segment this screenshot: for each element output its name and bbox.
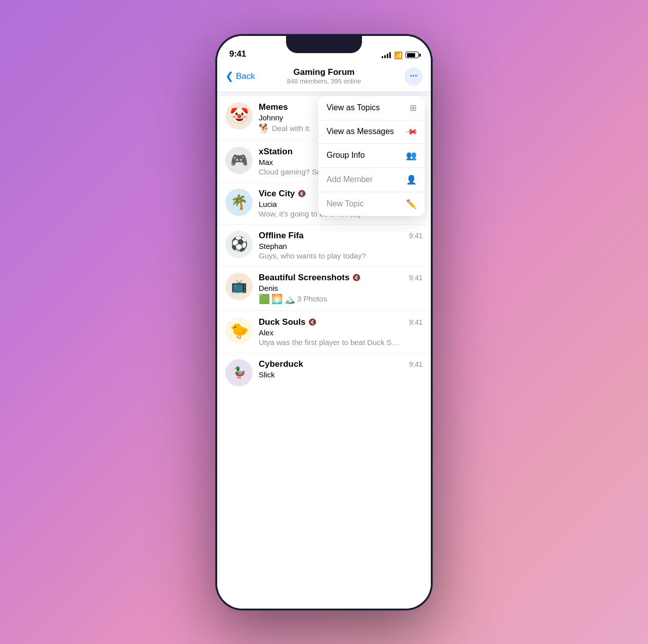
nav-subtitle: 848 members, 395 online bbox=[287, 77, 361, 85]
photo-thumb-3: 🏔️ bbox=[284, 293, 295, 305]
chat-name-xstation: xStation bbox=[259, 147, 293, 157]
chat-name-vicecity: Vice City 🔇 bbox=[259, 189, 306, 199]
add-member-label: Add Member bbox=[327, 175, 373, 184]
photo-thumb-1: 🟩 bbox=[259, 293, 270, 305]
chat-name-memes: Memes bbox=[259, 102, 288, 112]
chat-time-screenshots: 9:41 bbox=[409, 274, 423, 282]
phone-screen: 9:41 📶 ❮ Back Gaming Foru bbox=[217, 36, 431, 609]
chat-content-screenshots: Beautiful Screenshots 🔇 9:41 Denis 🟩 🌅 🏔… bbox=[259, 273, 423, 305]
chat-name-cyberduck: Cyberduck bbox=[259, 359, 303, 369]
preview-text-memes: Deal with it. bbox=[272, 124, 311, 133]
back-button[interactable]: ❮ Back bbox=[225, 70, 255, 82]
back-chevron-icon: ❮ bbox=[225, 70, 234, 82]
avatar-memes: 🤡 bbox=[225, 102, 253, 130]
chat-sender-screenshots: Denis bbox=[259, 284, 423, 292]
new-topic-label: New Topic bbox=[327, 199, 364, 208]
new-topic-icon: ✏️ bbox=[406, 199, 417, 209]
chat-item-cyberduck[interactable]: 🦆 Cyberduck 9:41 Slick bbox=[217, 353, 431, 395]
avatar-screenshots: 📺 bbox=[225, 273, 253, 300]
notch bbox=[286, 36, 362, 53]
nav-bar: ❮ Back Gaming Forum 848 members, 395 onl… bbox=[217, 63, 431, 92]
pin-dropdown-icon: 📌 bbox=[404, 124, 419, 139]
mute-icon-screenshots: 🔇 bbox=[352, 274, 360, 281]
preview-text-offlinefifa: Guys, who wants to play today? bbox=[259, 251, 366, 260]
chat-preview-screenshots: 🟩 🌅 🏔️ 3 Photos bbox=[259, 293, 423, 305]
nav-title: Gaming Forum bbox=[287, 67, 361, 77]
dropdown-item-view-messages[interactable]: View as Messages 📌 bbox=[318, 120, 425, 144]
mute-icon-ducksouls: 🔇 bbox=[308, 318, 316, 326]
topics-icon: ⊞ bbox=[410, 103, 417, 113]
chat-name-offlinefifa: Offline Fifa bbox=[259, 231, 304, 241]
wifi-icon: 📶 bbox=[394, 51, 402, 59]
chat-name-screenshots: Beautiful Screenshots 🔇 bbox=[259, 273, 360, 283]
group-info-icon: 👥 bbox=[406, 150, 417, 161]
chat-sender-ducksouls: Alex bbox=[259, 328, 423, 337]
dropdown-menu: View as Topics ⊞ View as Messages 📌 Grou… bbox=[318, 96, 425, 216]
chat-time-cyberduck: 9:41 bbox=[409, 360, 423, 368]
preview-text-ducksouls: Utya was the first player to beat Duck S… bbox=[259, 338, 400, 347]
chat-item-screenshots[interactable]: 📺 Beautiful Screenshots 🔇 9:41 Denis 🟩 bbox=[217, 267, 431, 311]
chat-preview-offlinefifa: Guys, who wants to play today? bbox=[259, 251, 423, 260]
chat-item-ducksouls[interactable]: 🐤 Duck Souls 🔇 9:41 Alex Utya was the fi… bbox=[217, 311, 431, 353]
chat-time-ducksouls: 9:41 bbox=[409, 318, 423, 326]
chat-item-offlinefifa[interactable]: ⚽ Offline Fifa 9:41 Stephan Guys, who wa… bbox=[217, 225, 431, 267]
chat-content-cyberduck: Cyberduck 9:41 Slick bbox=[259, 359, 423, 380]
group-info-label: Group Info bbox=[327, 151, 365, 160]
status-time: 9:41 bbox=[229, 49, 246, 59]
dropdown-item-add-member[interactable]: Add Member 👤 bbox=[318, 168, 425, 192]
chat-sender-cyberduck: Slick bbox=[259, 370, 423, 379]
back-label: Back bbox=[236, 71, 255, 81]
avatar-vicecity: 🌴 bbox=[225, 189, 253, 216]
chat-preview-ducksouls: Utya was the first player to beat Duck S… bbox=[259, 338, 423, 347]
mute-icon-vicecity: 🔇 bbox=[298, 190, 306, 197]
phone-container: 9:41 📶 ❮ Back Gaming Foru bbox=[215, 34, 433, 611]
add-member-icon: 👤 bbox=[406, 175, 417, 185]
chat-time-offlinefifa: 9:41 bbox=[409, 232, 423, 240]
avatar-xstation: 🎮 bbox=[225, 147, 253, 174]
more-dots-icon: ··· bbox=[410, 71, 417, 81]
dropdown-item-new-topic[interactable]: New Topic ✏️ bbox=[318, 192, 425, 216]
status-icons: 📶 bbox=[382, 51, 419, 59]
chat-sender-offlinefifa: Stephan bbox=[259, 242, 423, 250]
signal-icon bbox=[382, 52, 391, 58]
avatar-cyberduck: 🦆 bbox=[225, 359, 253, 387]
chat-name-ducksouls: Duck Souls 🔇 bbox=[259, 317, 316, 327]
dropdown-item-group-info[interactable]: Group Info 👥 bbox=[318, 144, 425, 168]
dropdown-item-view-topics[interactable]: View as Topics ⊞ bbox=[318, 96, 425, 120]
avatar-offlinefifa: ⚽ bbox=[225, 231, 253, 258]
photos-label: 3 Photos bbox=[297, 294, 327, 303]
avatar-ducksouls: 🐤 bbox=[225, 317, 253, 345]
nav-title-area: Gaming Forum 848 members, 395 online bbox=[287, 67, 361, 85]
photo-thumb-2: 🌅 bbox=[271, 293, 282, 305]
chat-content-offlinefifa: Offline Fifa 9:41 Stephan Guys, who want… bbox=[259, 231, 423, 260]
view-topics-label: View as Topics bbox=[327, 103, 380, 112]
view-messages-label: View as Messages bbox=[327, 127, 394, 136]
battery-icon bbox=[406, 52, 419, 58]
chat-content-ducksouls: Duck Souls 🔇 9:41 Alex Utya was the firs… bbox=[259, 317, 423, 347]
menu-button[interactable]: ··· bbox=[404, 67, 423, 85]
